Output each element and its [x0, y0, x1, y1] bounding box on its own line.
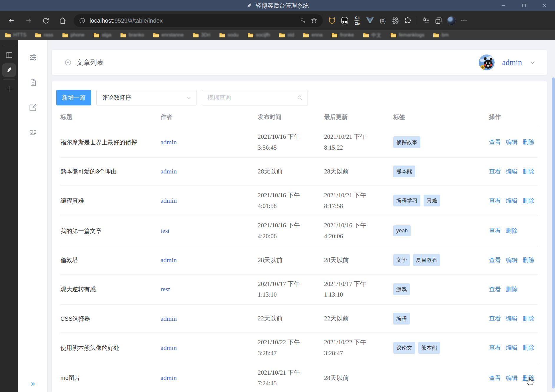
folder-icon	[390, 33, 396, 38]
action-link[interactable]: 编辑	[506, 197, 518, 205]
collections-icon[interactable]	[421, 16, 431, 26]
author-link[interactable]: admin	[161, 168, 177, 175]
tag-badge: 议论文	[393, 342, 415, 354]
cat-extension-icon[interactable]	[327, 16, 337, 26]
tag-badge: 夏目漱石	[413, 254, 440, 266]
split-tab-icon[interactable]	[434, 16, 444, 26]
author-link[interactable]: test	[161, 227, 170, 235]
row-actions: 查看编辑删除	[489, 197, 538, 205]
user-avatar[interactable]	[479, 54, 495, 70]
url-host: localhost	[90, 17, 113, 24]
table-row: 福尔摩斯是世界上最好的侦探admin2021/10/16 下午 3:56:452…	[60, 127, 538, 158]
maximize-button[interactable]	[514, 0, 534, 11]
search-input[interactable]	[207, 94, 297, 101]
gitzip-extension-icon[interactable]: Gitwww⊙Zip	[352, 16, 362, 26]
bookmark-folder[interactable]: socijfh	[247, 32, 270, 38]
action-link[interactable]: 删除	[506, 227, 518, 235]
extensions-puzzle-icon[interactable]	[403, 16, 413, 26]
action-link[interactable]: 编辑	[506, 374, 518, 382]
author-link[interactable]: rest	[161, 285, 170, 293]
back-icon[interactable]	[4, 14, 19, 27]
articles-icon[interactable]	[29, 78, 37, 87]
action-link[interactable]: 删除	[523, 168, 534, 176]
bookmark-folder[interactable]: phone	[62, 32, 85, 38]
close-button[interactable]	[534, 0, 555, 11]
bookmark-folder[interactable]: HTTS	[5, 32, 26, 38]
vue-devtools-icon[interactable]	[365, 16, 375, 26]
action-link[interactable]: 查看	[489, 285, 501, 293]
action-link[interactable]: 删除	[523, 344, 534, 352]
forward-icon[interactable]	[21, 14, 37, 27]
add-favorite-icon[interactable]	[310, 17, 318, 24]
bookmark-folder[interactable]: enrstanne	[153, 32, 184, 38]
action-link[interactable]: 查看	[489, 374, 501, 382]
action-link[interactable]: 查看	[489, 138, 501, 146]
table-row: 熊本熊可爱的3个理由admin28天以前28天以前熊本熊查看编辑删除	[60, 158, 538, 186]
bookmark-folder[interactable]: rass	[35, 32, 53, 38]
action-link[interactable]: 查看	[489, 344, 501, 352]
action-link[interactable]: 删除	[523, 315, 534, 322]
browser-profile-avatar[interactable]	[446, 16, 456, 26]
home-icon[interactable]	[55, 14, 71, 27]
active-tab-favicon[interactable]	[2, 63, 16, 77]
url-text[interactable]: localhost:9529/#/table/index	[90, 17, 296, 24]
action-link[interactable]: 删除	[506, 285, 518, 293]
action-link[interactable]: 删除	[523, 374, 534, 382]
search-box[interactable]	[202, 90, 308, 105]
action-link[interactable]: 查看	[489, 256, 501, 264]
folder-icon	[331, 33, 337, 38]
sidebar-expand-icon[interactable]: »	[31, 380, 35, 387]
add-article-button[interactable]: 新增一篇	[56, 90, 91, 105]
bookmark-folder[interactable]: sodu	[219, 32, 239, 38]
bookmark-folder[interactable]: std	[279, 32, 294, 38]
action-link[interactable]: 编辑	[506, 256, 518, 264]
action-link[interactable]: 编辑	[506, 344, 518, 352]
author-link[interactable]: admin	[161, 315, 177, 322]
action-link[interactable]: 查看	[489, 168, 501, 176]
more-menu-icon[interactable]	[459, 16, 469, 26]
refresh-icon[interactable]	[38, 14, 54, 27]
folder-icon	[35, 33, 41, 38]
author-link[interactable]: admin	[161, 138, 177, 146]
bookmark-folder[interactable]: enna	[303, 32, 323, 38]
password-key-icon[interactable]	[300, 17, 306, 24]
user-menu[interactable]: admin	[479, 54, 536, 70]
action-link[interactable]: 删除	[523, 256, 534, 264]
sort-select[interactable]: 评论数降序	[96, 90, 196, 105]
action-link[interactable]: 查看	[489, 197, 501, 205]
bookmark-folder[interactable]: bm	[433, 32, 449, 38]
new-tab-button[interactable]	[5, 85, 13, 93]
action-link[interactable]: 删除	[523, 138, 534, 146]
article-title: 倫敦塔	[60, 256, 161, 264]
compose-icon[interactable]	[29, 103, 37, 112]
minimize-button[interactable]	[493, 0, 514, 11]
action-link[interactable]: 编辑	[506, 315, 518, 322]
tab-actions-icon[interactable]	[5, 51, 13, 59]
tag-list: 侦探故事	[393, 136, 489, 148]
react-devtools-icon[interactable]	[390, 16, 400, 26]
action-link[interactable]: 编辑	[506, 138, 518, 146]
action-link[interactable]: 编辑	[506, 168, 518, 176]
bookmark-folder[interactable]: femanklogs	[390, 32, 424, 38]
panda-extension-icon[interactable]	[340, 16, 350, 26]
bookmark-folder[interactable]: 中文	[363, 32, 381, 39]
bookmark-folder[interactable]: 3Dri	[193, 32, 210, 38]
tag-list: 文学夏目漱石	[393, 254, 489, 266]
site-info-icon[interactable]	[79, 17, 85, 24]
bookmark-folder[interactable]: alga	[93, 32, 111, 38]
contacts-icon[interactable]	[29, 128, 37, 137]
scrollbar-thumb[interactable]	[552, 77, 555, 388]
bookmark-folder[interactable]: fronke	[331, 32, 354, 38]
author-link[interactable]: admin	[161, 256, 177, 264]
author-link[interactable]: admin	[161, 344, 177, 352]
author-link[interactable]: admin	[161, 197, 177, 204]
action-link[interactable]: 删除	[523, 197, 534, 205]
author-link[interactable]: admin	[161, 374, 177, 382]
filter-icon[interactable]	[29, 53, 37, 62]
json-viewer-icon[interactable]: {≡}	[378, 16, 388, 26]
address-bar[interactable]: localhost:9529/#/table/index	[74, 14, 323, 27]
bookmark-folder[interactable]: branko	[120, 32, 144, 38]
action-link[interactable]: 查看	[489, 315, 501, 322]
action-link[interactable]: 查看	[489, 227, 501, 235]
updated-time: 28天以前	[324, 255, 393, 266]
